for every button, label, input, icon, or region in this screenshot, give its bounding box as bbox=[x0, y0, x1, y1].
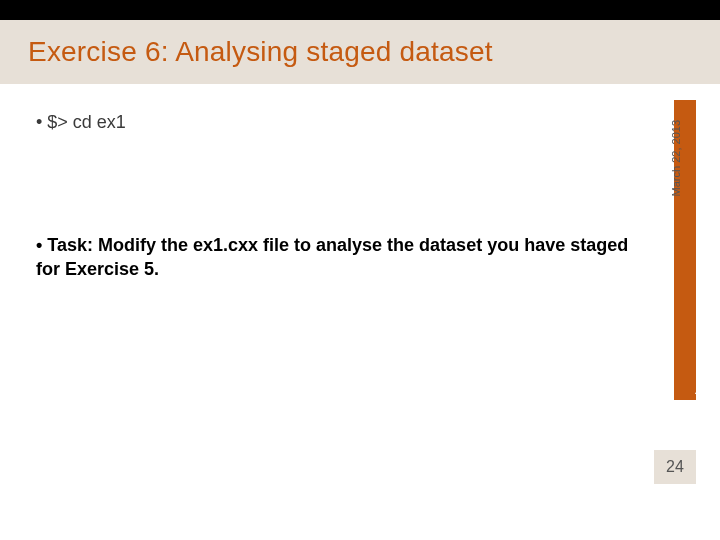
top-black-bar bbox=[0, 0, 720, 20]
content-area: $> cd ex1 Task: Modify the ex1.cxx file … bbox=[36, 100, 630, 282]
page-number: 24 bbox=[666, 458, 684, 476]
slide: Exercise 6: Analysing staged dataset $> … bbox=[0, 0, 720, 540]
date-label: March 22, 2013 bbox=[670, 120, 682, 196]
page-number-box: 24 bbox=[654, 450, 696, 484]
title-bar: Exercise 6: Analysing staged dataset bbox=[0, 20, 720, 84]
right-sidebar: March 22, 2013 ALICE Offline Tutorial bbox=[636, 100, 696, 400]
bullet-task: Task: Modify the ex1.cxx file to analyse… bbox=[36, 233, 630, 282]
slide-title: Exercise 6: Analysing staged dataset bbox=[28, 36, 493, 68]
bullet-command: $> cd ex1 bbox=[36, 112, 630, 133]
